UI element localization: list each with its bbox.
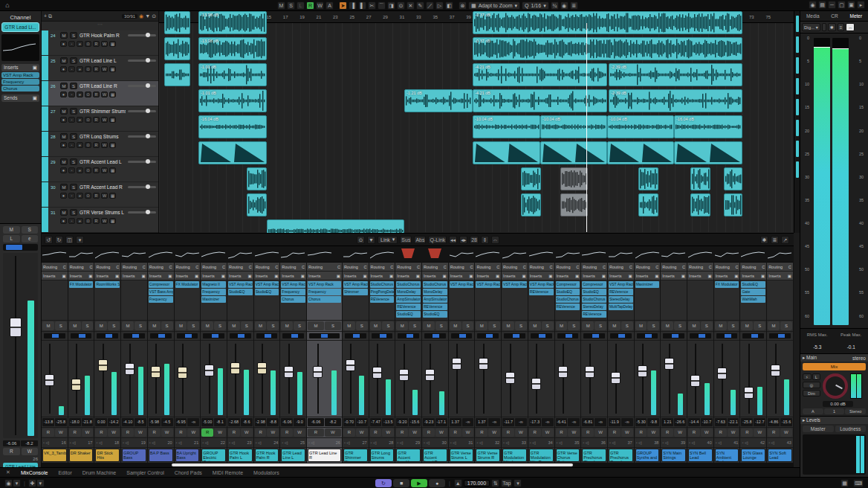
channel-name-label[interactable]: GTR Verse Chorus Guitar [556,449,580,462]
volume-value[interactable]: -4.86 [768,418,780,426]
mute-button[interactable]: M [529,321,541,330]
mixer-channel[interactable]: RoutingC Inserts▣ VST Amp Rack MS 1.37-∞… [475,246,502,463]
add-track-button[interactable]: + [44,13,47,19]
monitor-icon[interactable]: ◦ ◁ [43,440,49,445]
snap-icon[interactable]: ¾ [551,1,559,10]
cycle-button[interactable]: ↻ [375,479,392,487]
peak-value[interactable]: -8.1 [214,418,226,426]
insert-slot[interactable]: REVerence [582,311,606,318]
fader-handle[interactable] [284,366,294,378]
track-name[interactable]: GTR Lead Line R [80,83,126,89]
audio-event[interactable] [247,167,267,190]
peak-value[interactable]: -8.8 [267,418,279,426]
mute-button[interactable]: M [661,321,673,330]
mixer-channel[interactable]: RoutingC Inserts▣ VST Amp RackStudioEQ M… [227,246,254,463]
peak-value[interactable]: -∞ [462,418,474,426]
solo-button[interactable]: S [356,321,368,330]
track-freeze-button[interactable]: ⊙ [85,92,91,97]
fader-handle[interactable] [71,379,81,391]
read-button[interactable]: R [556,428,568,437]
insert-slot[interactable]: VST Amp Rack [476,281,500,288]
pan-control[interactable] [68,332,94,341]
track-e-button[interactable]: e [77,142,83,148]
peak-value[interactable]: -14.2 [108,418,120,426]
eq-curve-thumbnail[interactable] [1,34,39,61]
monitor-icon[interactable]: ◦ ◁ [424,440,430,445]
inserts-rack-header[interactable]: Inserts▣ [254,272,280,280]
track-row[interactable]: 27 M S GTR Shimmer Strums ●◦e⊙RW▦ [42,106,158,132]
tab-editor[interactable]: Editor [58,470,71,475]
read-button[interactable]: R [502,428,514,437]
write-button[interactable]: W [409,428,421,437]
monitor-icon[interactable]: ◉ [560,1,569,10]
track-monitor-button[interactable]: ◦ [68,92,75,97]
fader-handle[interactable] [257,362,267,374]
mute-button[interactable]: M [741,321,753,330]
volume-value[interactable]: -6.81 [582,418,594,426]
peak-value[interactable]: -15.6 [409,418,421,426]
routing-rack-header[interactable]: RoutingC [714,263,740,272]
track-row[interactable]: 25 M S GTR Lead Line L ●◦e⊙RW▦ [42,56,158,81]
mixer-channel[interactable]: RoutingC Inserts▣ MS -4.86-15.6 RW ◦ ◁43… [767,246,794,463]
track-lanes-button[interactable]: ▦ [109,66,116,72]
channel-curve-thumbnail[interactable] [343,246,369,263]
tab-midi-remote[interactable]: MIDI Remote [213,470,243,475]
audio-event[interactable]: -10.04 dB [607,115,674,138]
strip-read-button[interactable]: R [3,448,20,455]
read-button[interactable]: R [175,428,187,437]
monitor-icon[interactable]: ◦ ◁ [96,440,102,445]
track-e-button[interactable]: e [77,41,83,47]
mute-button[interactable]: M [635,321,647,330]
monitor-icon[interactable]: ◦ ◁ [609,440,615,445]
volume-value[interactable]: 1.37 [476,418,488,426]
mute-button[interactable]: M [255,321,267,330]
expand-icon[interactable]: ↔ [846,23,855,31]
track-name[interactable]: GTR Shimmer Strums [80,109,126,114]
monitor-a-button[interactable]: A [803,408,823,414]
read-button[interactable]: R [149,428,161,437]
peak-value[interactable]: -8.6 [241,418,253,426]
write-button[interactable]: W [108,428,120,437]
insert-slot[interactable]: FX Modulator [69,281,94,288]
monitor-icon[interactable]: ◦ ◁ [308,440,314,445]
audio-event[interactable]: -2.39 dB [609,63,742,86]
volume-value[interactable]: -5.00 [201,418,213,426]
volume-value[interactable]: -9.23 [423,418,435,426]
write-button[interactable]: W [241,428,253,437]
routing-rack-header[interactable]: RoutingC [555,263,581,272]
read-button[interactable]: R [768,428,780,437]
audio-event[interactable]: -0.37 dB [473,11,742,34]
solo-button[interactable]: S [70,209,77,216]
read-button[interactable]: R [609,428,621,437]
user-window-icon[interactable]: ◉ [809,1,817,9]
monitor-icon[interactable]: ◦ ◁ [397,440,403,445]
insert-slot[interactable]: Chorus [281,296,305,303]
track-monitor-button[interactable]: ◦ [68,41,75,47]
mixer-channel[interactable]: RoutingC Inserts▣ MS 1.21-26.6 RW ◦ ◁39 … [661,246,687,463]
mixer-channel[interactable]: RoutingC Inserts▣ CompressorStudioEQStud… [581,246,608,463]
peak-value[interactable]: -9.8 [647,418,659,426]
track-row[interactable]: 28 M S GTR Long Strums ●◦e⊙RW▦ [42,132,158,157]
arrange-vertical-scrollbar[interactable] [794,11,800,233]
insert-slot[interactable]: VST Bass Amp [149,289,173,295]
volume-value[interactable]: -6.95 [175,418,187,426]
track-freeze-button[interactable]: ⊙ [85,142,91,148]
insert-slot[interactable]: Compressor [556,281,580,288]
monitor-icon[interactable]: ◦ ◁ [282,440,288,445]
channel-name-label[interactable]: BA Upright Bass [175,449,200,462]
mixer-channel[interactable]: RoutingC Inserts▣ CompressorVST Bass Amp… [148,246,175,463]
zoom-tool-icon[interactable]: ⊙ [397,1,405,10]
line-tool-icon[interactable]: ／ [426,1,434,10]
state-button-r[interactable]: R [306,1,314,10]
volume-value[interactable]: -7.63 [715,418,727,426]
pad-grid-icon[interactable]: ▦ [841,479,849,487]
pan-control[interactable] [714,332,740,341]
insert-slot[interactable]: Frequency [201,289,226,295]
track-volume-slider[interactable] [128,85,156,87]
control-room-gain-value[interactable]: 0.00 dB [823,401,853,407]
audio-event[interactable] [164,37,190,60]
channel-curve-thumbnail[interactable] [767,246,793,263]
mute-button[interactable]: M [175,321,187,330]
volume-value[interactable]: -25.8 [741,418,753,426]
inserts-rack-header[interactable]: Inserts▣ [635,272,661,280]
